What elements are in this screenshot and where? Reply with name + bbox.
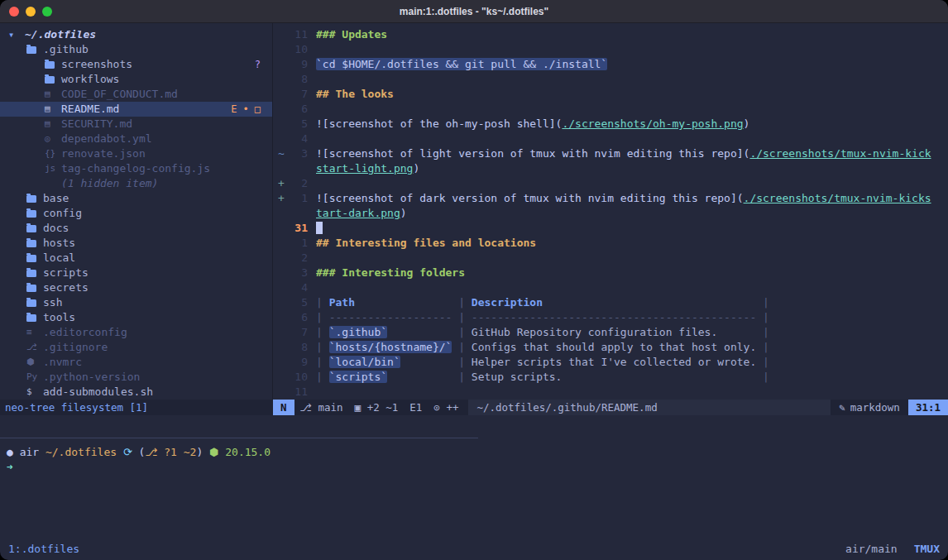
- text-segment: ![screenshot of the oh-my-posh shell](: [316, 117, 562, 130]
- markdown-file-icon: ▤: [45, 87, 58, 102]
- file-path: ~/.dotfiles/.github/README.md: [468, 400, 831, 415]
- line-number: 8: [286, 72, 308, 87]
- editor-line[interactable]: 8| `hosts/{hostname}/` | Configs that sh…: [273, 340, 948, 355]
- editor-line[interactable]: 5| Path | Description |: [273, 295, 948, 310]
- line-number: [286, 206, 308, 221]
- line-number: 3: [286, 146, 308, 161]
- editor-line[interactable]: 1## Interesting files and locations: [273, 236, 948, 251]
- line-number: 9: [286, 355, 308, 370]
- tmux-window-name[interactable]: 1:.dotfiles: [8, 543, 79, 555]
- text-segment: ![screenshot of dark version of tmux wit…: [316, 192, 744, 204]
- editor-line[interactable]: 4: [273, 132, 948, 146]
- tree-item[interactable]: ⬢.nvmrc: [0, 355, 272, 370]
- editor-line[interactable]: 7## The looks: [273, 87, 948, 102]
- tree-item[interactable]: screenshots?: [0, 57, 272, 72]
- tree-item[interactable]: secrets: [0, 280, 272, 295]
- sync-icon: ⟳: [117, 446, 132, 458]
- editor-line[interactable]: 7| `.github` | GitHub Repository configu…: [273, 325, 948, 340]
- editor-line[interactable]: 8: [273, 72, 948, 87]
- markdown-link-url[interactable]: start-light.png: [316, 162, 413, 175]
- gitsign-column: [273, 236, 286, 251]
- close-button[interactable]: [9, 7, 19, 17]
- text-segment: `cd $HOME/.dotfiles && git pull && ./ins…: [316, 58, 607, 70]
- editor-line[interactable]: 3### Interesting folders: [273, 266, 948, 280]
- tree-item[interactable]: ◎dependabot.yml: [0, 132, 272, 146]
- editor-line[interactable]: 31: [273, 221, 948, 236]
- tree-item-label: SECURITY.md: [61, 117, 132, 132]
- titlebar: main:1:.dotfiles - "ks~/.dotfiles": [0, 0, 948, 23]
- minimize-button[interactable]: [26, 7, 36, 17]
- editor-line[interactable]: 10| `scripts` | Setup scripts. |: [273, 370, 948, 385]
- tree-item[interactable]: docs: [0, 221, 272, 236]
- editor-line[interactable]: 2: [273, 251, 948, 266]
- tree-item[interactable]: workflows: [0, 72, 272, 87]
- markdown-link-url[interactable]: ./screenshots/tmux-nvim-kicks: [744, 192, 931, 204]
- tree-item[interactable]: ⎇.gitignore: [0, 340, 272, 355]
- tree-item-label: add-submodules.sh: [43, 385, 153, 400]
- gitsign-change: ~: [273, 146, 286, 161]
- gitsign-column: [273, 251, 286, 266]
- editor-line[interactable]: 9| `local/bin` | Helper scripts that I'v…: [273, 355, 948, 370]
- line-number: 10: [286, 370, 308, 385]
- tree-item-label: dependabot.yml: [61, 132, 152, 146]
- tree-item[interactable]: hosts: [0, 236, 272, 251]
- neo-tree-panel: ▾~/.dotfiles.githubscreenshots?workflows…: [0, 23, 273, 400]
- tree-item[interactable]: base: [0, 191, 272, 206]
- tree-item-label: config: [43, 206, 82, 221]
- gitsign-column: [273, 57, 286, 72]
- text-segment: |: [316, 371, 329, 383]
- editor-line[interactable]: 4: [273, 280, 948, 295]
- neotree-statusline: neo-tree filesystem [1]: [0, 400, 273, 415]
- tree-item[interactable]: ssh: [0, 295, 272, 310]
- line-number: 4: [286, 280, 308, 295]
- editor-line[interactable]: 9`cd $HOME/.dotfiles && git pull && ./in…: [273, 57, 948, 72]
- tree-item[interactable]: ▤README.mdE•□: [0, 102, 272, 117]
- traffic-lights: [0, 7, 52, 17]
- text-segment: |: [316, 356, 329, 368]
- tree-item[interactable]: jstag-changelog-config.js: [0, 161, 272, 176]
- gitsign-column: [273, 221, 286, 236]
- tree-item-label: workflows: [61, 72, 119, 87]
- tree-item[interactable]: ▾~/.dotfiles: [0, 27, 272, 42]
- markdown-link-url[interactable]: tart-dark.png: [316, 207, 400, 219]
- markdown-link-url[interactable]: ./screenshots/oh-my-posh.png: [562, 117, 743, 130]
- editor-line[interactable]: 10: [273, 42, 948, 57]
- zoom-button[interactable]: [42, 7, 52, 17]
- gitsign-column: [273, 42, 286, 57]
- editor-line[interactable]: ~3![screenshot of light version of tmux …: [273, 146, 948, 161]
- editor-line[interactable]: 5![screenshot of the oh-my-posh shell](.…: [273, 117, 948, 132]
- editor-line[interactable]: start-light.png): [273, 161, 948, 176]
- tree-item[interactable]: ≡.editorconfig: [0, 325, 272, 340]
- tree-item[interactable]: tools: [0, 310, 272, 325]
- editor-line[interactable]: +1![screenshot of dark version of tmux w…: [273, 191, 948, 206]
- line-number: 31: [286, 221, 308, 236]
- tree-item[interactable]: ▤SECURITY.md: [0, 117, 272, 132]
- tree-item[interactable]: scripts: [0, 266, 272, 280]
- editor-line[interactable]: tart-dark.png): [273, 206, 948, 221]
- line-number: 6: [286, 310, 308, 325]
- tree-item[interactable]: Py.python-version: [0, 370, 272, 385]
- tree-item[interactable]: $add-submodules.sh: [0, 385, 272, 400]
- editor-line[interactable]: 11### Updates: [273, 27, 948, 42]
- line-number: 7: [286, 87, 308, 102]
- shell-pane[interactable]: ● air ~/.dotfiles ⟳ (⎇ ?1 ~2) ⬢ 20.15.0 …: [0, 415, 948, 537]
- editor-line[interactable]: 6: [273, 102, 948, 117]
- tree-item[interactable]: config: [0, 206, 272, 221]
- editor-line[interactable]: 11: [273, 385, 948, 400]
- editor-line[interactable]: 6| ------------------- | ---------------…: [273, 310, 948, 325]
- tree-item[interactable]: .github: [0, 42, 272, 57]
- markdown-file-icon: ▤: [45, 117, 58, 132]
- tree-item[interactable]: local: [0, 251, 272, 266]
- editor-buffer[interactable]: 11### Updates109`cd $HOME/.dotfiles && g…: [273, 23, 948, 400]
- tree-item[interactable]: {}renovate.json: [0, 146, 272, 161]
- gitsign-column: [273, 266, 286, 280]
- tree-item[interactable]: ▤CODE_OF_CONDUCT.md: [0, 87, 272, 102]
- tree-item[interactable]: (1 hidden item): [0, 176, 272, 191]
- text-segment: Helper scripts that I've collected or wr…: [472, 356, 756, 368]
- markdown-link-url[interactable]: ./screenshots/tmux-nvim-kick: [749, 147, 931, 160]
- line-text: ### Updates: [316, 27, 948, 42]
- line-text: ![screenshot of light version of tmux wi…: [316, 146, 948, 161]
- text-segment: |: [400, 356, 472, 368]
- tree-item-badges: E•□: [231, 102, 261, 117]
- editor-line[interactable]: +2: [273, 176, 948, 191]
